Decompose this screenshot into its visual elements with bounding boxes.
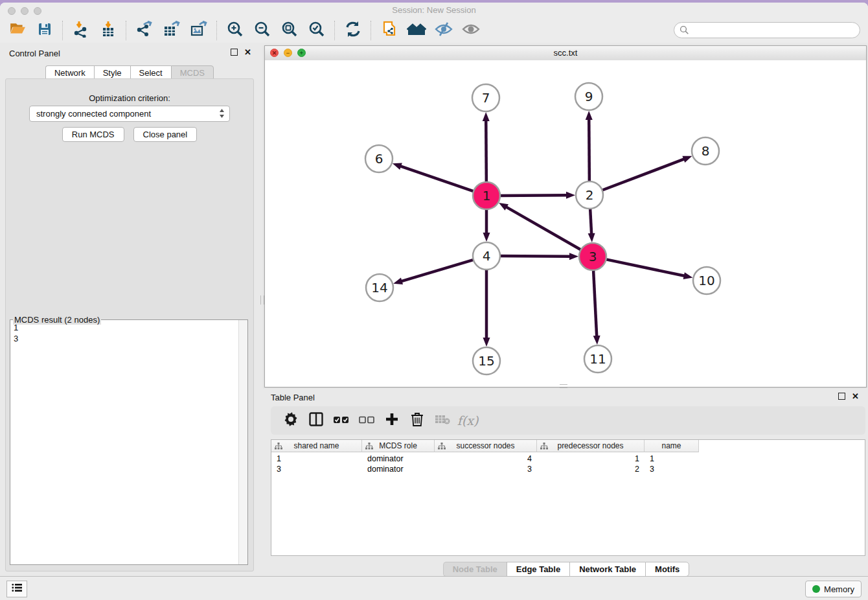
column-header-predecessor-nodes[interactable]: predecessor nodes (537, 440, 645, 452)
edge-1-2[interactable] (499, 195, 567, 196)
column-header-MCDS-role[interactable]: MCDS role (362, 440, 435, 452)
eye-slash-icon (435, 21, 453, 40)
edge-4-3[interactable] (499, 256, 570, 257)
import-network-button[interactable] (72, 21, 90, 40)
memory-button[interactable]: Memory (805, 581, 862, 597)
zoom-in-icon (226, 20, 244, 41)
delete-column-button[interactable] (407, 411, 427, 430)
zoom-out-button[interactable] (253, 21, 271, 40)
optimization-dropdown[interactable]: strongly connected component (29, 106, 230, 122)
edge-2-3[interactable] (590, 207, 591, 234)
chevron-updown-icon (218, 108, 225, 121)
node-label-2: 2 (586, 187, 594, 203)
table-cell[interactable]: 3 (271, 464, 362, 474)
search-input[interactable] (674, 22, 860, 38)
zoom-in-button[interactable] (226, 21, 244, 40)
table-cell[interactable]: 3 (645, 464, 699, 474)
open-folder-icon (9, 21, 26, 40)
zoom-out-icon (253, 20, 271, 41)
result-scrollbar[interactable] (238, 320, 247, 564)
table-settings-button[interactable] (281, 411, 301, 430)
close-panel-icon[interactable]: ✕ (852, 393, 859, 400)
table-cell[interactable]: 3 (435, 464, 537, 474)
export-table-button[interactable] (163, 21, 181, 40)
float-panel-icon[interactable] (231, 49, 238, 56)
select-all-columns-button[interactable] (332, 411, 351, 430)
import-table-button[interactable] (99, 21, 117, 40)
export-image-button[interactable] (190, 21, 208, 40)
table-cell[interactable]: dominator (362, 454, 435, 464)
edge-2-8[interactable] (601, 159, 685, 190)
node-label-8: 8 (702, 143, 710, 159)
node-label-15: 15 (478, 353, 494, 369)
toggle-column-view-button[interactable] (306, 411, 326, 430)
table-cell[interactable]: 1 (645, 454, 699, 464)
edge-3-10[interactable] (605, 259, 685, 276)
mcds-result-text: 1 3 (10, 320, 239, 564)
table-tab-edge-table[interactable]: Edge Table (507, 562, 569, 577)
table-tab-network-table[interactable]: Network Table (569, 562, 645, 577)
duplicate-network-button[interactable] (380, 21, 398, 40)
main-area: Control Panel ✕ NetworkStyleSelectMCDS O… (0, 43, 868, 577)
network-title: scc.txt (265, 48, 866, 58)
edge-2-9[interactable] (589, 119, 589, 183)
export-network-icon (136, 21, 153, 40)
network-canvas[interactable]: 7968124314101511 (265, 60, 866, 387)
network-window: ✕ − + scc.txt 7968124314101511 (264, 45, 867, 387)
node-label-9: 9 (585, 89, 593, 104)
table-tab-motifs[interactable]: Motifs (645, 562, 689, 577)
trash-icon (411, 412, 424, 429)
toolbar-separator (62, 21, 63, 40)
deselect-all-columns-button[interactable] (357, 411, 376, 430)
edge-4-14[interactable] (402, 259, 475, 281)
table-cell[interactable]: 1 (271, 454, 362, 464)
table-tab-node-table[interactable]: Node Table (443, 562, 507, 577)
houses-icon (407, 21, 426, 40)
refresh-view-button[interactable] (344, 21, 362, 40)
gear-icon (284, 412, 298, 429)
column-header-name[interactable]: name (645, 440, 699, 452)
hide-glyphs-button[interactable] (435, 21, 453, 40)
column-header-successor-nodes[interactable]: successor nodes (435, 440, 537, 452)
node-label-1: 1 (483, 188, 491, 203)
node-label-6: 6 (375, 151, 383, 167)
table-row[interactable]: 1dominator411 (271, 454, 699, 464)
table-row[interactable]: 3dominator323 (271, 464, 699, 474)
create-column-button[interactable] (382, 411, 402, 430)
close-panel-button[interactable]: Close panel (133, 127, 198, 142)
node-table[interactable]: shared nameMCDS rolesuccessor nodesprede… (271, 439, 865, 556)
control-panel: Control Panel ✕ NetworkStyleSelectMCDS O… (0, 43, 259, 577)
edge-1-7[interactable] (486, 121, 486, 183)
checked-boxes-icon (334, 415, 349, 426)
status-bar: Memory (0, 576, 868, 600)
table-cell[interactable]: 1 (537, 454, 645, 464)
table-tabs: Node TableEdge TableNetwork TableMotifs (264, 562, 868, 577)
open-session-button[interactable] (8, 21, 27, 40)
zoom-selected-button[interactable] (308, 21, 326, 40)
arrowhead-1-6 (393, 163, 402, 169)
arrowhead-3-11 (593, 336, 600, 345)
node-label-7: 7 (482, 90, 490, 106)
table-cell[interactable]: dominator (362, 464, 435, 474)
close-panel-icon[interactable]: ✕ (244, 49, 251, 56)
zoom-fit-button[interactable] (280, 21, 299, 40)
copy-network-icon (381, 21, 398, 40)
edge-3-11[interactable] (593, 269, 597, 336)
home-networks-button[interactable] (407, 21, 426, 40)
panel-splitter[interactable] (259, 43, 264, 577)
edge-3-1[interactable] (506, 207, 582, 250)
run-mcds-button[interactable]: Run MCDS (62, 127, 124, 142)
export-network-button[interactable] (135, 21, 154, 40)
float-panel-icon[interactable] (838, 393, 845, 400)
edge-1-6[interactable] (400, 166, 475, 191)
show-glyphs-button[interactable] (462, 21, 480, 40)
table-cell[interactable]: 4 (435, 454, 537, 464)
task-history-button[interactable] (6, 581, 27, 597)
network-window-titlebar[interactable]: ✕ − + scc.txt (265, 46, 866, 61)
column-header-shared-name[interactable]: shared name (271, 440, 362, 452)
node-label-11: 11 (589, 351, 606, 367)
arrowhead-1-4 (483, 233, 490, 242)
save-session-button[interactable] (36, 21, 54, 40)
arrowhead-3-1 (499, 203, 508, 211)
table-cell[interactable]: 2 (537, 464, 645, 474)
